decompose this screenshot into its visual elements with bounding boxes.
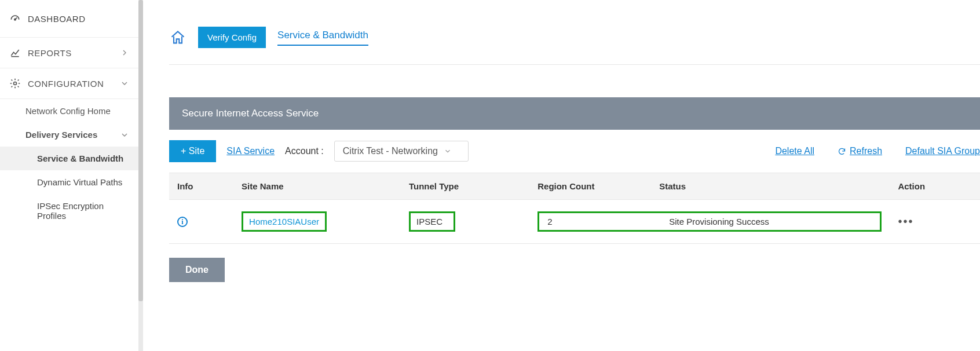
sidebar: DASHBOARD REPORTS CONFIGURATION Network … xyxy=(0,0,139,351)
breadcrumb-row: Verify Config Service & Bandwidth xyxy=(169,27,980,48)
chevron-right-icon xyxy=(120,48,129,57)
nav-configuration[interactable]: CONFIGURATION xyxy=(0,68,138,99)
chart-icon xyxy=(9,47,21,58)
table-row: i Home210SIAUser IPSEC 2 Site Provisioni… xyxy=(169,200,980,244)
panel-header: Secure Internet Access Service xyxy=(169,97,980,130)
gear-icon xyxy=(9,78,21,89)
account-select[interactable]: Citrix Test - Networking xyxy=(334,141,469,162)
nav-network-config-label: Network Config Home xyxy=(25,106,111,116)
chevron-down-icon xyxy=(120,130,129,140)
th-site-name: Site Name xyxy=(233,173,401,200)
gauge-icon xyxy=(9,13,21,24)
nav-dynamic-virtual-paths[interactable]: Dynamic Virtual Paths xyxy=(0,170,138,194)
nav-service-bandwidth[interactable]: Service & Bandwidth xyxy=(0,147,138,170)
scrollbar-thumb[interactable] xyxy=(138,0,143,301)
nav-delivery-services-label: Delivery Services xyxy=(25,130,97,140)
region-count-value: 2 xyxy=(547,217,669,226)
highlight-box: Home210SIAUser xyxy=(242,211,327,232)
svg-point-1 xyxy=(14,82,17,85)
nav-delivery-services[interactable]: Delivery Services xyxy=(0,123,138,147)
table-header-row: Info Site Name Tunnel Type Region Count … xyxy=(169,173,980,200)
default-sia-group-link[interactable]: Default SIA Group xyxy=(905,146,980,156)
nav-reports-label: REPORTS xyxy=(28,48,72,58)
sia-service-link[interactable]: SIA Service xyxy=(226,146,275,156)
th-region-status: Region Count Status xyxy=(529,173,890,200)
highlight-box: IPSEC xyxy=(409,211,455,232)
verify-config-button[interactable]: Verify Config xyxy=(198,27,266,48)
add-site-button[interactable]: + Site xyxy=(169,140,216,162)
main-content: Verify Config Service & Bandwidth Secure… xyxy=(144,0,980,351)
th-tunnel-type: Tunnel Type xyxy=(401,173,529,200)
nav-ipsec-profiles[interactable]: IPSec Encryption Profiles xyxy=(0,194,138,228)
home-icon[interactable] xyxy=(169,29,187,46)
panel-title: Secure Internet Access Service xyxy=(182,108,319,119)
chevron-down-icon xyxy=(120,79,129,88)
account-label: Account : xyxy=(285,146,324,156)
th-region-count: Region Count xyxy=(537,181,659,191)
nav-dashboard-label: DASHBOARD xyxy=(28,14,86,24)
th-action: Action xyxy=(890,173,980,200)
refresh-icon xyxy=(838,147,846,156)
th-info: Info xyxy=(169,173,233,200)
tunnel-type-value: IPSEC xyxy=(416,217,443,226)
nav-configuration-label: CONFIGURATION xyxy=(28,79,104,89)
nav-dvp-label: Dynamic Virtual Paths xyxy=(37,177,122,187)
sites-table: Info Site Name Tunnel Type Region Count … xyxy=(169,173,980,244)
nav-network-config-home[interactable]: Network Config Home xyxy=(0,99,138,123)
breadcrumb-current[interactable]: Service & Bandwidth xyxy=(277,30,368,46)
nav-dashboard[interactable]: DASHBOARD xyxy=(0,0,138,38)
info-icon[interactable]: i xyxy=(177,217,188,227)
site-name-link[interactable]: Home210SIAUser xyxy=(249,217,319,226)
refresh-link[interactable]: Refresh xyxy=(838,146,882,156)
th-status: Status xyxy=(659,181,686,191)
account-value: Citrix Test - Networking xyxy=(343,146,438,156)
row-actions-menu[interactable]: ••• xyxy=(898,215,913,228)
status-value: Site Provisioning Success xyxy=(669,217,872,226)
refresh-label: Refresh xyxy=(850,146,882,156)
chevron-down-icon xyxy=(444,147,452,155)
done-button[interactable]: Done xyxy=(169,258,225,282)
delete-all-link[interactable]: Delete All xyxy=(775,146,814,156)
highlight-box: 2 Site Provisioning Success xyxy=(537,211,882,232)
nav-ipsec-label: IPSec Encryption Profiles xyxy=(37,201,104,221)
nav-reports[interactable]: REPORTS xyxy=(0,38,138,68)
nav-service-bandwidth-label: Service & Bandwidth xyxy=(37,153,123,163)
toolbar: + Site SIA Service Account : Citrix Test… xyxy=(169,140,980,162)
divider xyxy=(169,64,980,65)
sidebar-scrollbar[interactable] xyxy=(138,0,143,351)
